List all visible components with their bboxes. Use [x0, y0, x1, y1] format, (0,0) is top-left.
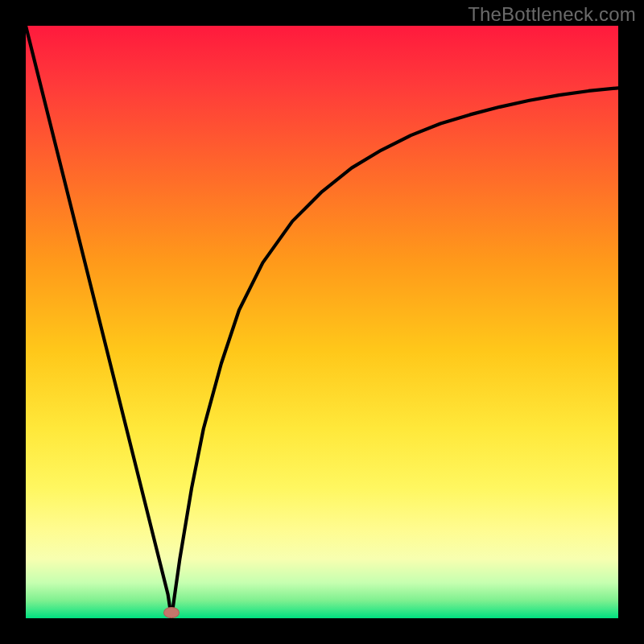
chart-frame: TheBottleneck.com: [0, 0, 644, 644]
plot-area: [26, 26, 618, 618]
watermark-label: TheBottleneck.com: [468, 3, 636, 26]
bottleneck-curve: [26, 26, 618, 618]
minimum-point-marker: [163, 607, 180, 618]
curve-line: [26, 26, 618, 618]
